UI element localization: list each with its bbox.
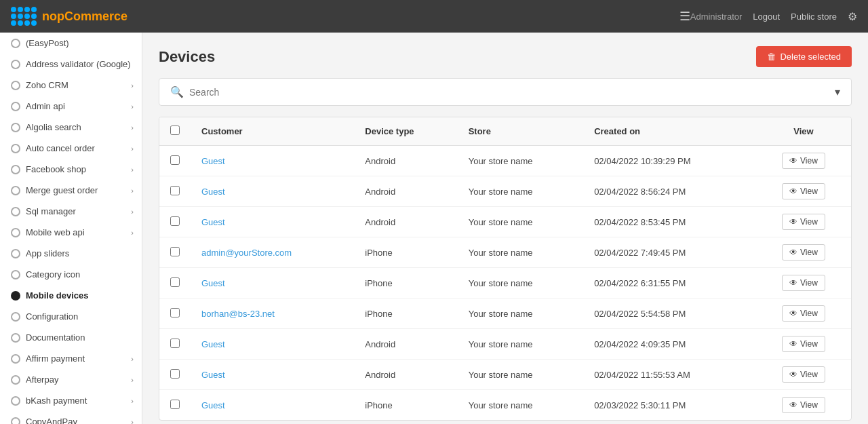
sidebar-circle-icon	[11, 165, 20, 174]
view-button[interactable]: 👁 View	[782, 336, 825, 352]
sidebar-item-copyandpay[interactable]: CopyAndPay ›	[0, 411, 142, 424]
row-checkbox[interactable]	[170, 277, 180, 287]
search-input[interactable]	[189, 87, 835, 98]
delete-selected-button[interactable]: 🗑 Delete selected	[756, 46, 852, 67]
customer-link[interactable]: Guest	[201, 278, 225, 288]
row-created-on: 02/04/2022 5:54:58 PM	[583, 298, 756, 329]
sidebar-item-label: Documentation	[26, 332, 85, 343]
sidebar: (EasyPost) Address validator (Google) Zo…	[0, 33, 142, 424]
eye-icon: 👁	[789, 278, 797, 288]
sidebar-item-facebook-shop[interactable]: Facebook shop ›	[0, 159, 142, 180]
sidebar-item-zoho-crm[interactable]: Zoho CRM ›	[0, 75, 142, 96]
customer-link[interactable]: borhan@bs-23.net	[201, 309, 275, 319]
sidebar-item-configuration[interactable]: Configuration	[0, 306, 142, 327]
sidebar-circle-icon	[11, 81, 20, 90]
sidebar-item-merge-guest-order[interactable]: Merge guest order ›	[0, 180, 142, 201]
customer-link[interactable]: Guest	[201, 339, 225, 349]
view-label: View	[800, 156, 818, 166]
sidebar-item-documentation[interactable]: Documentation	[0, 327, 142, 348]
sidebar-item-label: App sliders	[26, 248, 69, 258]
row-view-cell: 👁 View	[756, 176, 851, 207]
row-device-type: iPhone	[354, 237, 457, 268]
sidebar-item-mobile-devices[interactable]: Mobile devices	[0, 285, 142, 306]
view-label: View	[800, 400, 818, 410]
sidebar-item-auto-cancel-order[interactable]: Auto cancel order ›	[0, 138, 142, 159]
row-store: Your store name	[458, 207, 583, 237]
customer-link[interactable]: Guest	[201, 217, 225, 227]
view-button[interactable]: 👁 View	[782, 214, 825, 230]
table-body: Guest Android Your store name 02/04/2022…	[159, 146, 851, 421]
row-checkbox[interactable]	[170, 308, 180, 317]
row-store: Your store name	[458, 360, 583, 390]
logout-button[interactable]: Logout	[753, 12, 780, 22]
public-store-link[interactable]: Public store	[791, 12, 837, 22]
row-view-cell: 👁 View	[756, 329, 851, 360]
row-store: Your store name	[458, 329, 583, 360]
sidebar-item-admin-api[interactable]: Admin api ›	[0, 96, 142, 117]
view-label: View	[800, 248, 818, 257]
menu-toggle-icon[interactable]: ☰	[679, 9, 690, 24]
sidebar-item-category-icon[interactable]: Category icon	[0, 264, 142, 285]
chevron-right-icon: ›	[131, 229, 134, 237]
table-row: admin@yourStore.com iPhone Your store na…	[159, 237, 851, 268]
row-checkbox[interactable]	[170, 216, 180, 226]
row-checkbox[interactable]	[170, 400, 180, 409]
row-checkbox[interactable]	[170, 369, 180, 379]
sidebar-item-algolia-search[interactable]: Algolia search ›	[0, 117, 142, 138]
row-checkbox[interactable]	[170, 247, 180, 256]
sidebar-circle-icon	[11, 249, 20, 258]
sidebar-item-app-sliders[interactable]: App sliders	[0, 243, 142, 264]
sidebar-item-label: Algolia search	[26, 122, 81, 132]
view-button[interactable]: 👁 View	[782, 397, 825, 413]
row-customer: admin@yourStore.com	[191, 237, 354, 268]
view-button[interactable]: 👁 View	[782, 366, 825, 383]
header: nopCommerce ☰ Administrator Logout Publi…	[0, 0, 868, 33]
sidebar-item-afterpay[interactable]: Afterpay ›	[0, 369, 142, 390]
col-customer: Customer	[191, 117, 354, 146]
sidebar-item-mobile-web-api[interactable]: Mobile web api ›	[0, 222, 142, 243]
sidebar-circle-icon	[11, 270, 20, 280]
row-checkbox-cell	[159, 146, 191, 176]
row-checkbox[interactable]	[170, 155, 180, 165]
chevron-right-icon: ›	[131, 81, 134, 90]
customer-link[interactable]: Guest	[201, 370, 225, 380]
sidebar-item-address-validator[interactable]: Address validator (Google)	[0, 54, 142, 75]
customer-link[interactable]: Guest	[201, 156, 225, 166]
sidebar-item-easypost[interactable]: (EasyPost)	[0, 33, 142, 54]
view-label: View	[800, 217, 818, 227]
select-all-checkbox[interactable]	[170, 126, 180, 135]
col-store: Store	[458, 117, 583, 146]
sidebar-item-label: (EasyPost)	[26, 38, 69, 48]
row-customer: Guest	[191, 146, 354, 176]
sidebar-circle-icon	[11, 102, 20, 111]
row-view-cell: 👁 View	[756, 268, 851, 298]
eye-icon: 👁	[789, 309, 797, 318]
eye-icon: 👁	[789, 339, 797, 349]
chevron-right-icon: ›	[131, 208, 134, 216]
table-row: Guest Android Your store name 02/04/2022…	[159, 360, 851, 390]
view-button[interactable]: 👁 View	[782, 275, 825, 291]
row-created-on: 02/04/2022 8:56:24 PM	[583, 176, 756, 207]
row-checkbox[interactable]	[170, 186, 180, 195]
customer-link[interactable]: Guest	[201, 187, 225, 197]
chevron-down-icon[interactable]: ▾	[835, 85, 840, 98]
sidebar-item-sql-manager[interactable]: Sql manager ›	[0, 201, 142, 222]
sidebar-item-affirm-payment[interactable]: Affirm payment ›	[0, 348, 142, 369]
view-label: View	[800, 187, 818, 196]
settings-icon[interactable]: ⚙	[848, 10, 857, 23]
chevron-right-icon: ›	[131, 376, 134, 384]
row-view-cell: 👁 View	[756, 207, 851, 237]
row-device-type: iPhone	[354, 298, 457, 329]
customer-link[interactable]: Guest	[201, 400, 225, 410]
customer-link[interactable]: admin@yourStore.com	[201, 248, 292, 258]
view-button[interactable]: 👁 View	[782, 153, 825, 169]
view-button[interactable]: 👁 View	[782, 305, 825, 322]
row-device-type: Android	[354, 207, 457, 237]
sidebar-circle-icon	[11, 291, 20, 301]
sidebar-item-bkash-payment[interactable]: bKash payment ›	[0, 390, 142, 411]
row-checkbox[interactable]	[170, 339, 180, 348]
chevron-right-icon: ›	[131, 144, 134, 153]
devices-table: Customer Device type Store Created on Vi…	[159, 117, 851, 420]
view-button[interactable]: 👁 View	[782, 244, 825, 261]
view-button[interactable]: 👁 View	[782, 183, 825, 199]
